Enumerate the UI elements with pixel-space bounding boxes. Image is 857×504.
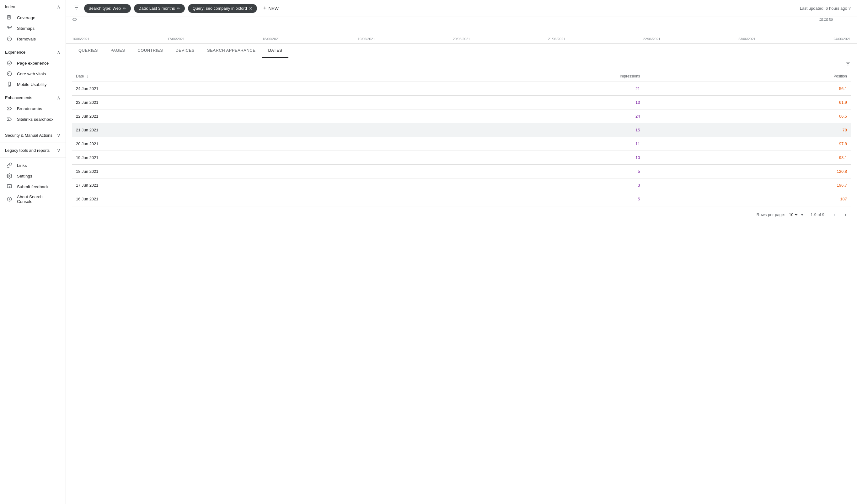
sidebar-section-security-label: Security & Manual Actions [5,133,52,138]
sidebar-section-security[interactable]: Security & Manual Actions ∨ [0,128,66,141]
filter-chip-date[interactable]: Date: Last 3 months ✏ [134,4,185,13]
sidebar-section-enhancements[interactable]: Enhancements ∧ [0,91,66,103]
sidebar-item-settings[interactable]: Settings [0,171,63,181]
cell-date-3: 21 Jun 2021 [72,123,369,137]
tab-queries[interactable]: QUERIES [72,44,104,58]
sort-arrow-icon: ↓ [86,74,88,79]
filter-chip-search-type-label: Search type: Web [88,6,121,11]
close-icon-query[interactable]: ✕ [249,6,253,11]
core-web-vitals-icon [6,71,13,76]
svg-point-17 [9,175,10,177]
svg-point-20 [10,187,10,188]
tab-countries[interactable]: COUNTRIES [131,44,169,58]
sidebar-item-page-experience[interactable]: Page experience [0,58,63,68]
cell-date-7: 17 Jun 2021 [72,178,369,192]
chart-date-3: 19/06/2021 [358,37,375,41]
tab-queries-label: QUERIES [79,48,98,53]
sidebar-section-index-items: Coverage Sitemaps Removals [0,12,66,44]
sitemaps-icon [6,25,13,31]
cell-impressions-3: 15 [369,123,644,137]
svg-point-11 [7,61,12,65]
submit-feedback-icon [6,184,13,189]
sidebar-item-links[interactable]: Links [0,160,63,171]
cell-impressions-5: 10 [369,151,644,164]
table-row: 16 Jun 20215187 [72,192,851,206]
tab-devices[interactable]: DEVICES [169,44,201,58]
table-row: 18 Jun 20215120.8 [72,164,851,178]
edit-icon-date: ✏ [177,6,181,11]
filter-icon-button[interactable] [72,3,81,14]
sidebar-item-sitelinks-searchbox[interactable]: Sitelinks searchbox [0,114,63,124]
tab-dates[interactable]: DATES [262,44,288,58]
cell-position-0: 56.1 [644,82,851,95]
chart-date-0: 16/06/2021 [72,37,89,41]
sidebar-item-links-label: Links [17,163,27,168]
svg-text:225: 225 [819,18,834,21]
cell-date-0: 24 Jun 2021 [72,82,369,95]
cell-date-6: 18 Jun 2021 [72,164,369,178]
cell-date-2: 22 Jun 2021 [72,109,369,123]
filter-bar: Search type: Web ✏ Date: Last 3 months ✏… [66,0,857,17]
cell-impressions-1: 13 [369,95,644,109]
pagination-prev-button[interactable]: ‹ [832,210,838,219]
sidebar-item-submit-feedback[interactable]: Submit feedback [0,181,63,192]
sidebar-item-sitemaps[interactable]: Sitemaps [0,23,63,34]
pagination-next-button[interactable]: › [843,210,848,219]
sidebar-item-core-web-vitals[interactable]: Core web vitals [0,68,63,79]
svg-point-12 [7,71,12,76]
sidebar-item-core-web-vitals-label: Core web vitals [17,71,46,76]
sidebar-section-legacy[interactable]: Legacy tools and reports ∨ [0,144,66,156]
help-icon[interactable]: ? [848,6,851,11]
sidebar-section-index[interactable]: Index ∧ [0,0,66,12]
sidebar: Index ∧ Coverage Sitemaps Removals Exper… [0,0,66,504]
col-header-position[interactable]: Position [644,71,851,82]
mobile-usability-icon [6,82,13,87]
tab-pages[interactable]: PAGES [104,44,131,58]
sidebar-section-experience-label: Experience [5,50,26,55]
cell-position-5: 93.1 [644,151,851,164]
cell-position-1: 61.9 [644,95,851,109]
chart-date-7: 23/06/2021 [738,37,756,41]
chart-svg: 0 225 [72,17,851,36]
cell-date-1: 23 Jun 2021 [72,95,369,109]
sidebar-section-legacy-label: Legacy tools and reports [5,148,50,153]
tab-search-appearance-label: SEARCH APPEARANCE [207,48,255,53]
table-filter-icon[interactable] [845,61,851,68]
table-row: 22 Jun 20212466.5 [72,109,851,123]
last-updated: Last updated: 6 hours ago ? [800,6,851,11]
svg-rect-4 [7,26,9,27]
svg-rect-6 [10,26,12,27]
new-button[interactable]: + NEW [260,3,282,14]
table-tabs: QUERIES PAGES COUNTRIES DEVICES SEARCH A… [72,44,851,58]
filter-chip-query[interactable]: Query: seo company in oxford ✕ [188,4,257,13]
col-header-date[interactable]: Date ↓ [72,71,369,82]
col-position-label: Position [834,74,847,79]
sidebar-item-sitelinks-searchbox-label: Sitelinks searchbox [17,117,53,122]
cell-position-2: 66.5 [644,109,851,123]
tab-search-appearance[interactable]: SEARCH APPEARANCE [201,44,262,58]
col-header-impressions[interactable]: Impressions [369,71,644,82]
sidebar-item-removals[interactable]: Removals [0,34,63,44]
cell-impressions-6: 5 [369,164,644,178]
last-updated-label: Last updated: 6 hours ago [800,6,847,11]
table-row: 21 Jun 20211578 [72,123,851,137]
rows-per-page-select[interactable]: 10 25 50 [788,212,799,218]
table-toolbar [72,58,851,71]
chevron-up-icon-enh: ∧ [57,95,61,101]
sidebar-item-coverage[interactable]: Coverage [0,12,63,23]
plus-icon: + [263,5,267,12]
cell-position-6: 120.8 [644,164,851,178]
chevron-down-icon-sec: ∨ [57,132,61,138]
cell-date-5: 19 Jun 2021 [72,151,369,164]
chart-date-4: 20/06/2021 [453,37,470,41]
filter-chip-search-type[interactable]: Search type: Web ✏ [84,4,131,13]
chart-dates: 16/06/2021 17/06/2021 18/06/2021 19/06/2… [72,36,851,43]
chevron-up-icon-exp: ∧ [57,49,61,55]
sidebar-item-about-search-console[interactable]: About Search Console [0,192,63,206]
sidebar-section-experience[interactable]: Experience ∧ [0,46,66,58]
sidebar-item-mobile-usability[interactable]: Mobile Usability [0,79,63,90]
table-footer: Rows per page: 10 25 50 ▾ 1-9 of 9 ‹ › [72,206,851,223]
sidebar-item-breadcrumbs[interactable]: Breadcrumbs [0,103,63,114]
tab-pages-label: PAGES [111,48,125,53]
table-row: 23 Jun 20211361.9 [72,95,851,109]
